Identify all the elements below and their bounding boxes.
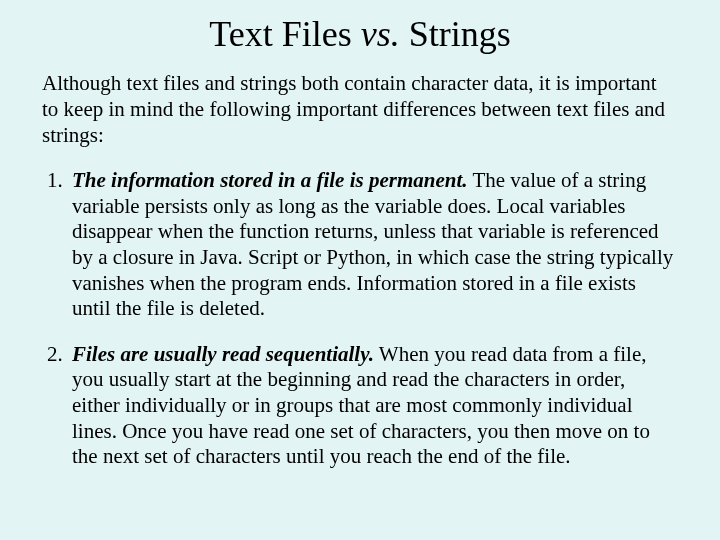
point-lead: The information stored in a file is perm… bbox=[72, 168, 468, 192]
title-part2: Strings bbox=[400, 14, 511, 54]
list-item: The information stored in a file is perm… bbox=[68, 168, 678, 322]
intro-paragraph: Although text files and strings both con… bbox=[42, 71, 678, 148]
title-part1: Text Files bbox=[209, 14, 360, 54]
slide: Text Files vs. Strings Although text fil… bbox=[0, 0, 720, 540]
title-vs: vs. bbox=[361, 14, 400, 54]
slide-title: Text Files vs. Strings bbox=[42, 14, 678, 55]
point-lead: Files are usually read sequentially. bbox=[72, 342, 374, 366]
list-item: Files are usually read sequentially. Whe… bbox=[68, 342, 678, 470]
points-list: The information stored in a file is perm… bbox=[42, 168, 678, 470]
